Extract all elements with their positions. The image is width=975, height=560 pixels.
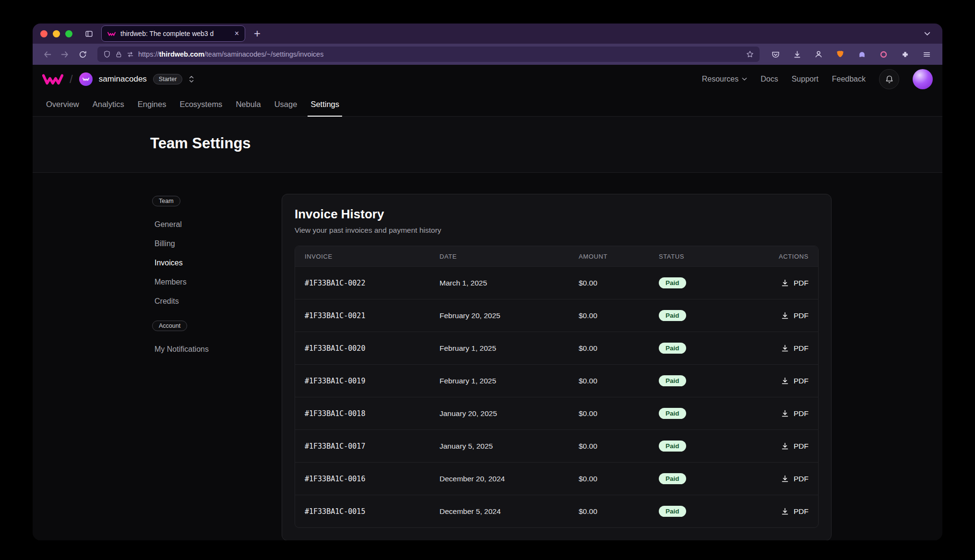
title-band: Team Settings: [33, 117, 942, 173]
download-icon: [781, 409, 789, 418]
resources-menu[interactable]: Resources: [702, 75, 747, 83]
invoice-date: February 20, 2025: [430, 311, 569, 320]
table-row: #1F33BA1C-0015 December 5, 2024 $0.00 Pa…: [295, 495, 818, 527]
status-badge: Paid: [659, 473, 686, 484]
dashboard-tab-nav: Overview Analytics Engines Ecosystems Ne…: [33, 94, 942, 117]
sidebar-item-my-notifications[interactable]: My Notifications: [150, 340, 270, 359]
reload-icon[interactable]: [75, 47, 91, 62]
invoice-status-cell: Paid: [649, 310, 769, 321]
invoice-amount: $0.00: [569, 311, 649, 320]
new-tab-button[interactable]: +: [250, 27, 264, 40]
invoice-status-cell: Paid: [649, 473, 769, 484]
download-icon: [781, 442, 789, 451]
table-header-row: INVOICE DATE AMOUNT STATUS ACTIONS: [295, 246, 818, 266]
sidebar-item-members[interactable]: Members: [150, 273, 270, 292]
col-amount: AMOUNT: [569, 253, 649, 260]
card-title: Invoice History: [295, 207, 819, 222]
thirdweb-logo[interactable]: [42, 73, 63, 85]
invoice-status-cell: Paid: [649, 441, 769, 452]
tab-engines[interactable]: Engines: [131, 94, 173, 116]
downloads-icon[interactable]: [790, 47, 804, 61]
back-icon[interactable]: [39, 47, 55, 62]
resources-label: Resources: [702, 75, 738, 83]
bell-icon: [885, 75, 894, 84]
download-pdf-button[interactable]: PDF: [781, 344, 809, 353]
close-window-button[interactable]: [40, 30, 48, 37]
account-icon[interactable]: [811, 47, 826, 61]
download-pdf-button[interactable]: PDF: [781, 377, 809, 385]
invoice-id: #1F33BA1C-0016: [295, 475, 430, 483]
browser-toolbar: https://thirdweb.com/team/saminacodes/~/…: [33, 44, 942, 65]
firefox-view-icon[interactable]: [81, 26, 96, 41]
sidebar-item-billing[interactable]: Billing: [150, 234, 270, 253]
bookmark-star-icon[interactable]: [746, 50, 754, 58]
invoice-table: INVOICE DATE AMOUNT STATUS ACTIONS #1F33…: [295, 246, 819, 528]
feedback-link[interactable]: Feedback: [832, 75, 866, 83]
notifications-button[interactable]: [879, 69, 899, 89]
extensions-puzzle-icon[interactable]: [898, 47, 912, 61]
lock-icon[interactable]: [115, 51, 122, 58]
url-text[interactable]: https://thirdweb.com/team/saminacodes/~/…: [138, 50, 323, 58]
forward-icon[interactable]: [57, 47, 73, 62]
support-link[interactable]: Support: [792, 75, 819, 83]
user-avatar[interactable]: [913, 69, 933, 89]
tab-list-chevron-icon[interactable]: [919, 26, 935, 41]
window-controls: [40, 30, 72, 37]
phantom-extension-icon[interactable]: [855, 47, 869, 61]
thirdweb-favicon: [107, 31, 116, 36]
sidebar-item-credits[interactable]: Credits: [150, 292, 270, 311]
minimize-window-button[interactable]: [53, 30, 60, 37]
extension-ring-icon[interactable]: [876, 47, 891, 61]
tab-analytics[interactable]: Analytics: [86, 94, 131, 116]
invoice-id: #1F33BA1C-0021: [295, 311, 430, 320]
browser-tab-strip: thirdweb: The complete web3 d × +: [33, 24, 942, 44]
col-date: DATE: [430, 253, 569, 260]
download-pdf-button[interactable]: PDF: [781, 279, 809, 287]
invoice-id: #1F33BA1C-0020: [295, 344, 430, 353]
download-pdf-button[interactable]: PDF: [781, 507, 809, 516]
tracking-protection-shield-icon[interactable]: [103, 50, 111, 58]
zoom-window-button[interactable]: [65, 30, 72, 37]
tab-nebula[interactable]: Nebula: [229, 94, 267, 116]
download-pdf-button[interactable]: PDF: [781, 442, 809, 451]
download-icon: [781, 311, 789, 320]
pocket-icon[interactable]: [768, 47, 783, 61]
table-row: #1F33BA1C-0021 February 20, 2025 $0.00 P…: [295, 299, 818, 332]
download-icon: [781, 377, 789, 385]
pdf-label: PDF: [794, 475, 809, 483]
download-icon: [781, 279, 789, 287]
tab-ecosystems[interactable]: Ecosystems: [173, 94, 229, 116]
col-invoice: INVOICE: [295, 253, 430, 260]
browser-window: thirdweb: The complete web3 d × +: [33, 24, 942, 540]
permissions-icon[interactable]: [127, 51, 134, 58]
tab-close-icon[interactable]: ×: [235, 30, 239, 37]
team-name[interactable]: saminacodes: [99, 74, 147, 84]
thirdweb-dashboard-page: / saminacodes Starter Resources Docs Sup…: [33, 65, 942, 540]
browser-tab[interactable]: thirdweb: The complete web3 d ×: [101, 25, 245, 42]
invoice-id: #1F33BA1C-0015: [295, 507, 430, 516]
tab-settings[interactable]: Settings: [304, 94, 346, 116]
tab-overview[interactable]: Overview: [39, 94, 86, 116]
invoice-status-cell: Paid: [649, 343, 769, 354]
invoice-date: December 5, 2024: [430, 507, 569, 516]
table-body: #1F33BA1C-0022 March 1, 2025 $0.00 Paid …: [295, 266, 818, 527]
download-pdf-button[interactable]: PDF: [781, 475, 809, 483]
download-pdf-button[interactable]: PDF: [781, 409, 809, 418]
invoice-date: March 1, 2025: [430, 279, 569, 287]
download-pdf-button[interactable]: PDF: [781, 311, 809, 320]
pdf-label: PDF: [794, 507, 809, 516]
tab-usage[interactable]: Usage: [268, 94, 304, 116]
team-switcher-icon[interactable]: [189, 75, 194, 83]
invoice-date: February 1, 2025: [430, 377, 569, 385]
sidebar-group-account: Account: [152, 321, 187, 331]
docs-link[interactable]: Docs: [761, 75, 778, 83]
sidebar-account-list: My Notifications: [150, 340, 270, 359]
download-icon: [781, 475, 789, 483]
sidebar-item-general[interactable]: General: [150, 215, 270, 234]
metamask-extension-icon[interactable]: [833, 47, 847, 61]
sidebar-item-invoices[interactable]: Invoices: [150, 253, 270, 273]
menu-hamburger-icon[interactable]: [919, 47, 934, 61]
invoice-amount: $0.00: [569, 442, 649, 451]
team-avatar[interactable]: [79, 72, 93, 86]
url-bar[interactable]: https://thirdweb.com/team/saminacodes/~/…: [97, 47, 760, 62]
